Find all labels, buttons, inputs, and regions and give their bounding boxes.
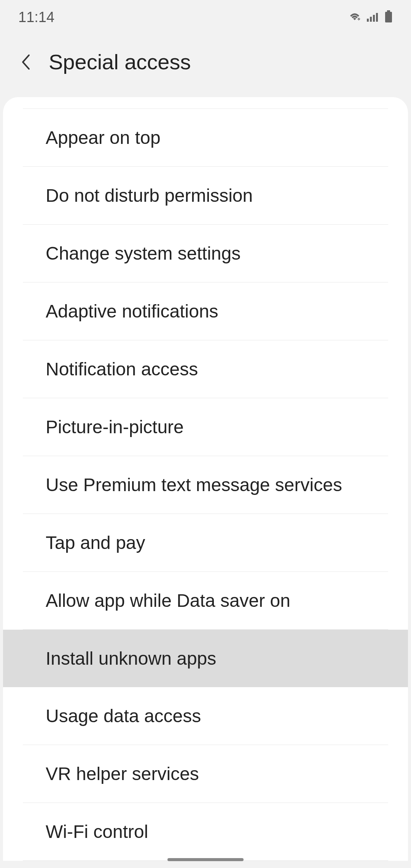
list-item-tap-and-pay[interactable]: Tap and pay	[23, 514, 388, 572]
list-item-label: Tap and pay	[46, 533, 145, 553]
list-item-notification-access[interactable]: Notification access	[23, 340, 388, 398]
back-button[interactable]	[18, 54, 33, 70]
list-item-adaptive-notifications[interactable]: Adaptive notifications	[23, 282, 388, 340]
list-item-premium-text[interactable]: Use Premium text message services	[23, 456, 388, 514]
list-item-label: Install unknown apps	[46, 648, 216, 669]
wifi-icon	[348, 11, 362, 23]
list-item-usage-data-access[interactable]: Usage data access	[23, 687, 388, 745]
settings-list: Appear on top Do not disturb permission …	[3, 97, 408, 861]
svg-rect-0	[367, 19, 369, 22]
list-item-picture-in-picture[interactable]: Picture-in-picture	[23, 398, 388, 456]
status-time: 11:14	[18, 9, 54, 26]
svg-rect-1	[370, 17, 372, 22]
status-bar: 11:14	[0, 0, 411, 34]
navigation-handle[interactable]	[167, 858, 244, 861]
list-item-install-unknown-apps[interactable]: Install unknown apps	[3, 630, 408, 687]
list-item-appear-on-top[interactable]: Appear on top	[23, 108, 388, 167]
signal-icon	[366, 11, 380, 23]
battery-icon	[384, 10, 393, 24]
list-item-label: Change system settings	[46, 243, 241, 263]
svg-rect-3	[376, 13, 378, 22]
list-item-data-saver[interactable]: Allow app while Data saver on	[23, 572, 388, 630]
list-item-vr-helper[interactable]: VR helper services	[23, 745, 388, 803]
list-item-label: Appear on top	[46, 128, 161, 148]
list-item-label: Notification access	[46, 359, 198, 379]
list-item-label: Use Premium text message services	[46, 475, 342, 495]
list-item-change-system-settings[interactable]: Change system settings	[23, 225, 388, 282]
svg-rect-4	[387, 10, 390, 12]
list-item-label: Picture-in-picture	[46, 417, 184, 437]
list-item-wifi-control[interactable]: Wi-Fi control	[23, 803, 388, 861]
status-icons	[348, 10, 393, 24]
list-item-label: Do not disturb permission	[46, 185, 253, 206]
list-item-do-not-disturb[interactable]: Do not disturb permission	[23, 167, 388, 225]
list-item-label: Allow app while Data saver on	[46, 590, 290, 611]
header: Special access	[0, 34, 411, 97]
list-item-label: Usage data access	[46, 706, 201, 726]
list-item-label: VR helper services	[46, 764, 199, 784]
svg-rect-2	[373, 15, 375, 22]
svg-rect-5	[385, 12, 392, 22]
list-item-label: Wi-Fi control	[46, 822, 148, 842]
list-item-label: Adaptive notifications	[46, 301, 218, 321]
page-title: Special access	[49, 49, 191, 74]
